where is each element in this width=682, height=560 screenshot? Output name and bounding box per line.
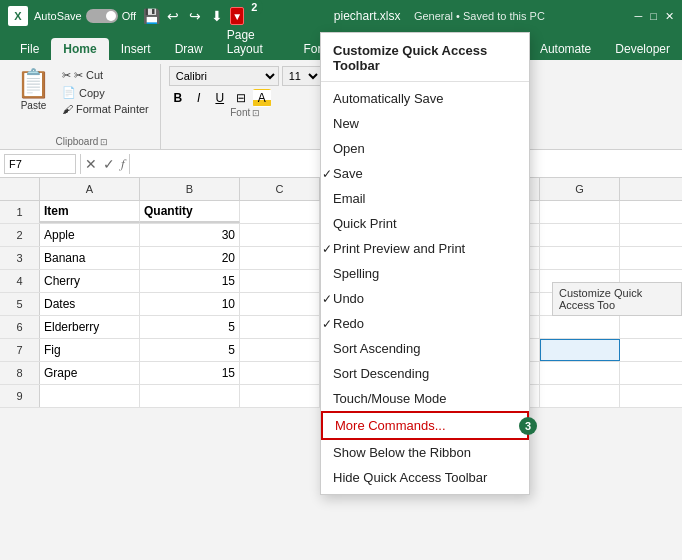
copy-button[interactable]: 📄 Copy	[59, 85, 152, 100]
cell-b2[interactable]: 30	[140, 224, 240, 246]
dropdown-item-sort-asc[interactable]: Sort Ascending	[321, 336, 529, 361]
cell-g3[interactable]	[540, 247, 620, 269]
autosave-toggle[interactable]	[86, 9, 118, 23]
cell-b8[interactable]: 15	[140, 362, 240, 384]
cell-g7[interactable]	[540, 339, 620, 361]
font-group-inner: Calibri 11 B I U ⊟ A	[169, 64, 322, 107]
cancel-formula-icon[interactable]: ✕	[85, 156, 97, 172]
cut-button[interactable]: ✂ ✂ Cut	[59, 68, 152, 83]
cell-c8[interactable]	[240, 362, 320, 384]
cell-c2[interactable]	[240, 224, 320, 246]
bold-button[interactable]: B	[169, 89, 187, 107]
row-num-8: 8	[0, 362, 40, 384]
cell-b9[interactable]	[140, 385, 240, 407]
redo-qat-icon[interactable]: ↪	[186, 7, 204, 25]
confirm-formula-icon[interactable]: ✓	[103, 156, 115, 172]
cell-a2[interactable]: Apple	[40, 224, 140, 246]
font-expand-icon[interactable]: ⊡	[252, 108, 260, 118]
cell-b1[interactable]: Quantity	[140, 201, 240, 223]
qat-dropdown-button[interactable]: ▼ 2	[230, 7, 244, 25]
cloud-qat-icon[interactable]: ⬇	[208, 7, 226, 25]
cut-icon: ✂	[62, 69, 71, 82]
tab-insert[interactable]: Insert	[109, 38, 163, 60]
cell-b4[interactable]: 15	[140, 270, 240, 292]
dropdown-item-print-preview[interactable]: Print Preview and Print	[321, 236, 529, 261]
dropdown-item-show-below[interactable]: Show Below the Ribbon	[321, 440, 529, 465]
tab-developer[interactable]: Developer	[603, 38, 682, 60]
name-box[interactable]: F7	[4, 154, 76, 174]
save-qat-icon[interactable]: 💾	[142, 7, 160, 25]
col-header-a[interactable]: A	[40, 178, 140, 200]
font-name-row: Calibri 11	[169, 66, 322, 86]
dropdown-item-hide-toolbar[interactable]: Hide Quick Access Toolbar	[321, 465, 529, 490]
col-header-b[interactable]: B	[140, 178, 240, 200]
close-icon[interactable]: ✕	[665, 10, 674, 23]
cell-c5[interactable]	[240, 293, 320, 315]
cell-c1[interactable]	[240, 201, 320, 223]
border-button[interactable]: ⊟	[232, 89, 250, 107]
cell-a8[interactable]: Grape	[40, 362, 140, 384]
cell-a1[interactable]: Item	[40, 201, 140, 223]
dropdown-item-undo[interactable]: Undo	[321, 286, 529, 311]
dropdown-item-email[interactable]: Email	[321, 186, 529, 211]
dropdown-item-new[interactable]: New	[321, 111, 529, 136]
row-num-6: 6	[0, 316, 40, 338]
fill-color-button[interactable]: A	[253, 89, 271, 107]
tab-draw[interactable]: Draw	[163, 38, 215, 60]
cell-a6[interactable]: Elderberry	[40, 316, 140, 338]
cell-g8[interactable]	[540, 362, 620, 384]
cell-a3[interactable]: Banana	[40, 247, 140, 269]
tab-file[interactable]: File	[8, 38, 51, 60]
underline-button[interactable]: U	[211, 89, 229, 107]
undo-qat-icon[interactable]: ↩	[164, 7, 182, 25]
cell-g6[interactable]	[540, 316, 620, 338]
dropdown-item-more-commands[interactable]: More Commands... 3	[321, 411, 529, 440]
maximize-icon[interactable]: □	[650, 10, 657, 22]
cell-a4[interactable]: Cherry	[40, 270, 140, 292]
cell-c7[interactable]	[240, 339, 320, 361]
tab-automate[interactable]: Automate	[528, 38, 603, 60]
dropdown-item-autosave[interactable]: Automatically Save	[321, 86, 529, 111]
cell-b7[interactable]: 5	[140, 339, 240, 361]
font-name-select[interactable]: Calibri	[169, 66, 279, 86]
minimize-icon[interactable]: ─	[635, 10, 643, 22]
insert-function-icon[interactable]: 𝑓	[121, 156, 125, 172]
dropdown-item-touch-mode[interactable]: Touch/Mouse Mode	[321, 386, 529, 411]
font-size-select[interactable]: 11	[282, 66, 322, 86]
dropdown-item-spelling[interactable]: Spelling	[321, 261, 529, 286]
cell-c9[interactable]	[240, 385, 320, 407]
cell-b6[interactable]: 5	[140, 316, 240, 338]
font-style-row: B I U ⊟ A	[169, 89, 322, 107]
tab-home[interactable]: Home	[51, 38, 108, 60]
badge-3: 3	[519, 417, 537, 435]
cell-a5[interactable]: Dates	[40, 293, 140, 315]
cell-c4[interactable]	[240, 270, 320, 292]
row-num-5: 5	[0, 293, 40, 315]
cell-a7[interactable]: Fig	[40, 339, 140, 361]
cell-b3[interactable]: 20	[140, 247, 240, 269]
col-header-c[interactable]: C	[240, 178, 320, 200]
cell-g9[interactable]	[540, 385, 620, 407]
dropdown-item-quick-print[interactable]: Quick Print	[321, 211, 529, 236]
tab-page-layout[interactable]: Page Layout	[215, 24, 292, 60]
cell-g1[interactable]	[540, 201, 620, 223]
clipboard-expand-icon[interactable]: ⊡	[100, 137, 108, 147]
dropdown-item-save[interactable]: Save	[321, 161, 529, 186]
cell-a9[interactable]	[40, 385, 140, 407]
excel-logo: X	[8, 6, 28, 26]
format-painter-icon: 🖌	[62, 103, 73, 115]
italic-button[interactable]: I	[190, 89, 208, 107]
cell-b5[interactable]: 10	[140, 293, 240, 315]
dropdown-item-open[interactable]: Open	[321, 136, 529, 161]
row-num-4: 4	[0, 270, 40, 292]
dropdown-item-redo[interactable]: Redo	[321, 311, 529, 336]
format-painter-button[interactable]: 🖌 Format Painter	[59, 102, 152, 116]
col-header-g[interactable]: G	[540, 178, 620, 200]
cell-c3[interactable]	[240, 247, 320, 269]
paste-button[interactable]: 📋 Paste	[12, 68, 55, 113]
title-bar-right: ─ □ ✕	[635, 10, 674, 23]
row-num-2: 2	[0, 224, 40, 246]
cell-g2[interactable]	[540, 224, 620, 246]
cell-c6[interactable]	[240, 316, 320, 338]
dropdown-item-sort-desc[interactable]: Sort Descending	[321, 361, 529, 386]
